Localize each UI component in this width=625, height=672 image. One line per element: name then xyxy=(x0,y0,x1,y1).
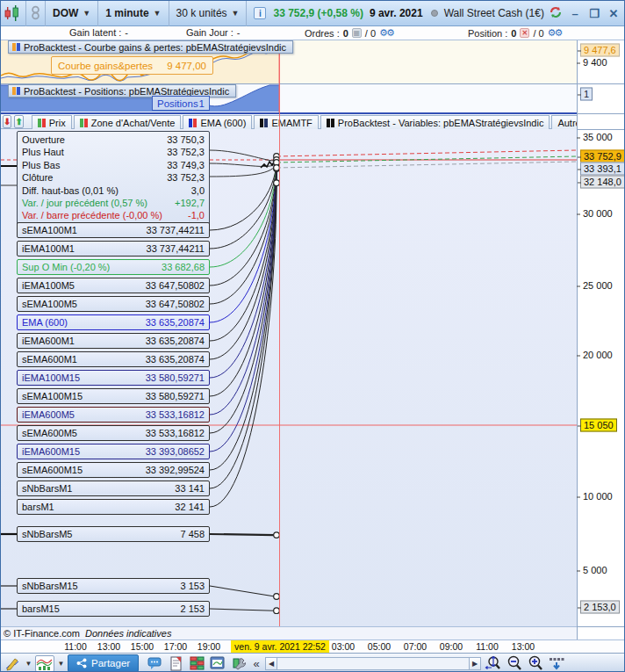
chart-type-button[interactable] xyxy=(35,655,54,672)
price-info-value: -1,0 xyxy=(188,209,205,221)
workspace-button[interactable] xyxy=(208,655,227,672)
indicator-label: iEMA100M5 xyxy=(22,280,75,291)
indicator-value: 33 737,44211 xyxy=(147,225,205,235)
orders-list-icon[interactable]: ▦ xyxy=(352,28,362,38)
minimize-button[interactable]: – xyxy=(568,6,582,20)
collapse-toolbar-button[interactable]: « xyxy=(250,655,262,672)
price-info-box[interactable]: Ouverture33 750,3Plus Haut33 752,3Plus B… xyxy=(17,131,210,225)
indicator-label: sNbBarsM1 xyxy=(22,483,72,494)
indicator-box-snbbarsm15[interactable]: sNbBarsM153 153 xyxy=(17,578,210,594)
settings-wrench-button[interactable] xyxy=(229,655,248,672)
price-axis[interactable]: 9 477,69 400135 00033 752,933 393,132 14… xyxy=(577,40,625,639)
indicator-box-sema100m15[interactable]: sEMA100M1533 580,59271 xyxy=(17,388,210,404)
positions-label[interactable]: Positions 1 xyxy=(152,96,210,111)
gains-panel[interactable]: ProBacktest - Courbe gains & pertes: pbE… xyxy=(1,40,577,84)
symbol-label: DOW xyxy=(53,7,78,19)
indicator-box-barsm15[interactable]: barsM152 153 xyxy=(17,601,210,617)
indicator-label: sEMA600M1 xyxy=(22,354,77,365)
share-icon xyxy=(76,658,87,668)
x-axis-label: 15:00 xyxy=(131,641,154,652)
gains-panel-title[interactable]: ProBacktest - Courbe gains & pertes: pbE… xyxy=(8,40,293,54)
main-chart[interactable]: Ouverture33 750,3Plus Haut33 752,3Plus B… xyxy=(1,129,577,626)
move-pane-down-button[interactable]: ⬇ xyxy=(3,115,11,128)
price-info-label: Plus Bas xyxy=(22,159,60,171)
scroll-left-arrow[interactable]: ◀ xyxy=(266,658,277,669)
draw-tool-button[interactable] xyxy=(3,655,22,672)
tab-color-icon xyxy=(189,119,197,127)
scrollbar-track[interactable] xyxy=(277,658,469,669)
draw-tool-dropdown[interactable]: ▼ xyxy=(24,655,33,672)
market-status-icon xyxy=(431,10,438,17)
indicator-box-iema100m1[interactable]: iEMA100M133 737,44211 xyxy=(17,241,210,257)
tab-color-icon xyxy=(327,119,334,127)
indicator-value: 33 635,20874 xyxy=(146,336,205,346)
tab-emamtf[interactable]: EMAMTF xyxy=(254,115,318,129)
zoom-in-button[interactable] xyxy=(526,655,545,672)
candlestick-icon[interactable] xyxy=(1,1,26,26)
indicator-value: 33 533,16812 xyxy=(146,428,205,438)
tab-label: EMAMTF xyxy=(271,118,312,128)
chart-type-dropdown[interactable]: ▼ xyxy=(56,655,66,672)
close-position-icon[interactable]: ✕ xyxy=(520,28,529,38)
price-info-value: 33 752,3 xyxy=(167,146,205,158)
units-dropdown[interactable]: 30 k unités▼ xyxy=(169,1,248,26)
indicator-box-sema100m1[interactable]: sEMA100M133 737,44211 xyxy=(17,222,210,238)
orders-table-button[interactable] xyxy=(187,655,206,672)
tab-probacktest-variables-pbemastrat-gievsindic[interactable]: ProBacktest - Variables: pbEMAStratégiev… xyxy=(320,115,550,129)
link-icon[interactable] xyxy=(26,1,46,26)
refresh-icon[interactable] xyxy=(549,5,563,22)
indicator-box-iema100m5[interactable]: iEMA100M533 647,50802 xyxy=(17,278,210,293)
gains-curve-label[interactable]: Courbe gains&pertes 9 477,00 xyxy=(51,56,213,75)
y-axis-label-1: 1 xyxy=(580,88,593,101)
scroll-right-arrow[interactable]: ▶ xyxy=(469,658,480,669)
maximize-button[interactable]: ❒ xyxy=(587,6,601,20)
indicator-box-sema600m1[interactable]: sEMA600M133 635,20874 xyxy=(17,351,210,367)
chat-button[interactable] xyxy=(145,655,164,672)
indicator-box-sema600m15[interactable]: sEMA600M1533 392,99524 xyxy=(17,462,210,478)
gains-curve-name: Courbe gains&pertes xyxy=(58,61,153,71)
positions-panel[interactable]: ProBacktest - Positions: pbEMAStratégiev… xyxy=(1,84,577,114)
chart-horizontal-scrollbar[interactable]: ◀ ▶ xyxy=(265,657,481,670)
price-info-label: Plus Haut xyxy=(22,146,64,158)
timeframe-dropdown[interactable]: 1 minute▼ xyxy=(98,1,169,26)
y-axis-label-10-000: 10 000 xyxy=(580,491,615,502)
ordres-value: 0 xyxy=(343,28,348,39)
position-settings-gear-icon[interactable]: ⚙⚙ xyxy=(548,27,562,39)
indicator-box-iema600m5[interactable]: iEMA600M533 533,16812 xyxy=(17,407,210,423)
share-button[interactable]: Partager xyxy=(68,654,139,672)
load-history-button[interactable] xyxy=(547,655,566,672)
tab-ema-600[interactable]: EMA (600) xyxy=(183,115,252,129)
indicator-box-iema600m1[interactable]: iEMA600M133 635,20874 xyxy=(17,333,210,349)
indicator-box-snbbarsm5[interactable]: sNbBarsM57 458 xyxy=(17,526,210,542)
zoom-out-button[interactable] xyxy=(505,655,524,672)
indicator-box-sup-o-min-0-20[interactable]: Sup O Min (-0,20 %)33 682,68 xyxy=(17,259,210,275)
indicator-box-iema600m15[interactable]: iEMA600M1533 393,08652 xyxy=(17,444,210,459)
indicator-label: sEMA600M15 xyxy=(22,465,83,475)
indicator-box-sema100m5[interactable]: sEMA100M533 647,50802 xyxy=(17,296,210,312)
x-axis-label: 07:00 xyxy=(404,641,427,652)
share-label: Partager xyxy=(91,658,130,668)
price-info-label: Clôture xyxy=(22,171,53,184)
y-axis-label-2-153-0: 2 153,0 xyxy=(580,601,620,614)
indicator-box-iema100m15[interactable]: iEMA100M1533 580,59271 xyxy=(17,370,210,386)
timeframe-label: 1 minute xyxy=(105,7,148,19)
close-button[interactable]: ✕ xyxy=(607,6,621,20)
news-button[interactable] xyxy=(166,655,185,672)
indicator-value: 33 580,59271 xyxy=(146,372,205,383)
tab-zone-d-achat-vente[interactable]: Zone d'Achat/Vente xyxy=(74,115,182,129)
info-icon[interactable]: i xyxy=(254,7,266,19)
indicator-box-barsm1[interactable]: barsM132 141 xyxy=(17,499,210,515)
zoom-fit-button[interactable] xyxy=(484,655,503,672)
x-axis-label: 13:00 xyxy=(512,641,535,652)
price-info-row: Plus Haut33 752,3 xyxy=(18,146,209,158)
symbol-dropdown[interactable]: DOW▼ xyxy=(46,1,98,26)
indicator-box-snbbarsm1[interactable]: sNbBarsM133 141 xyxy=(17,481,210,496)
indicator-box-sema600m5[interactable]: sEMA600M533 533,16812 xyxy=(17,425,210,441)
orders-settings-gear-icon[interactable]: ⚙⚙ xyxy=(379,27,393,39)
indicator-label: iEMA100M1 xyxy=(22,243,75,254)
indicator-box-ema-600[interactable]: EMA (600)33 635,20874 xyxy=(17,314,210,330)
price-info-label: Diff. haut-bas (0,01 %) xyxy=(22,184,119,197)
time-axis[interactable]: 11:0013:0015:0017:0019:0003:0005:0007:00… xyxy=(1,639,625,653)
move-pane-up-button[interactable]: ⬆ xyxy=(14,115,23,128)
tab-prix[interactable]: Prix xyxy=(32,115,72,129)
